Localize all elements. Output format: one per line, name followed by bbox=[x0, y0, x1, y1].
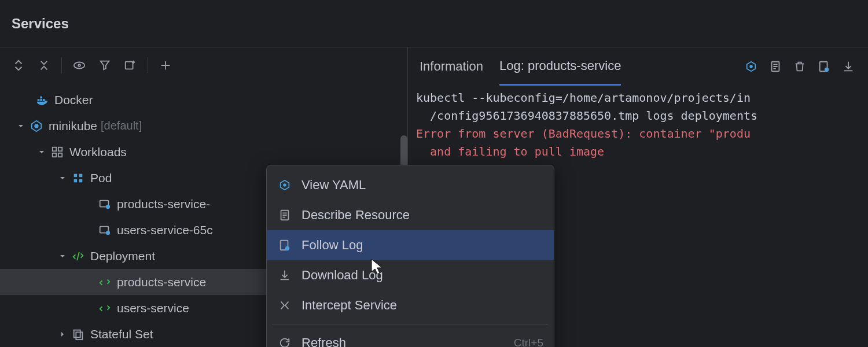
tree-label: products-service- bbox=[117, 197, 210, 211]
menu-download-log[interactable]: Download Log bbox=[267, 260, 554, 290]
menu-label: Refresh bbox=[301, 335, 346, 347]
svg-point-1 bbox=[78, 64, 80, 67]
svg-point-32 bbox=[285, 246, 289, 250]
tree-node-minikube[interactable]: minikube [default] bbox=[0, 113, 407, 139]
tree-node-docker[interactable]: Docker bbox=[0, 87, 407, 113]
tree-label: Pod bbox=[90, 171, 112, 185]
menu-shortcut: Ctrl+5 bbox=[514, 337, 543, 347]
menu-label: Download Log bbox=[301, 268, 383, 283]
chevron-down-icon[interactable] bbox=[15, 120, 27, 132]
svg-point-20 bbox=[106, 230, 110, 234]
show-button[interactable] bbox=[68, 54, 91, 77]
toolbar-separator bbox=[148, 57, 148, 73]
tree-label: Stateful Set bbox=[90, 327, 153, 341]
context-menu: View YAML Describe Resource Follow Log D… bbox=[266, 165, 554, 347]
svg-rect-21 bbox=[74, 330, 80, 337]
log-error-line: Error from server (BadRequest): containe… bbox=[416, 127, 751, 141]
delete-action-icon[interactable] bbox=[792, 58, 808, 75]
menu-label: Intercept Service bbox=[301, 298, 397, 313]
svg-rect-14 bbox=[79, 174, 83, 177]
tab-information[interactable]: Information bbox=[420, 47, 483, 86]
tree-label: products-service bbox=[117, 275, 206, 289]
tree-label: Workloads bbox=[69, 145, 127, 159]
menu-label: Describe Resource bbox=[301, 208, 410, 223]
svg-point-24 bbox=[750, 65, 752, 68]
refresh-icon bbox=[277, 337, 292, 347]
statefulset-icon bbox=[71, 327, 86, 342]
tab-log[interactable]: Log: products-service bbox=[499, 47, 621, 86]
resource-icon bbox=[97, 223, 112, 238]
menu-follow-log[interactable]: Follow Log bbox=[267, 230, 554, 260]
collapse-all-button[interactable] bbox=[32, 54, 56, 77]
svg-rect-13 bbox=[74, 174, 78, 177]
follow-log-icon bbox=[277, 239, 292, 252]
menu-describe-resource[interactable]: Describe Resource bbox=[267, 200, 554, 230]
describe-action-icon[interactable] bbox=[767, 58, 784, 75]
new-view-button[interactable] bbox=[119, 54, 142, 77]
deployment-item-icon bbox=[97, 275, 112, 290]
download-action-icon[interactable] bbox=[840, 58, 856, 75]
menu-intercept-service[interactable]: Intercept Service bbox=[267, 290, 554, 320]
tree-label: users-service bbox=[117, 301, 189, 315]
svg-rect-3 bbox=[38, 99, 40, 101]
document-icon bbox=[277, 209, 292, 222]
svg-point-18 bbox=[106, 204, 110, 208]
workloads-icon bbox=[50, 145, 65, 160]
filter-button[interactable] bbox=[93, 54, 116, 77]
add-button[interactable] bbox=[154, 54, 177, 77]
chevron-down-icon[interactable] bbox=[57, 250, 68, 262]
deployment-item-icon bbox=[97, 301, 112, 316]
svg-rect-10 bbox=[58, 147, 62, 150]
svg-rect-4 bbox=[40, 99, 42, 101]
menu-label: View YAML bbox=[301, 178, 366, 193]
log-line: kubectl --kubeconfig=/home/artamonov/pro… bbox=[416, 91, 751, 105]
svg-point-0 bbox=[74, 62, 84, 69]
svg-rect-9 bbox=[53, 147, 56, 150]
tree-label: Deployment bbox=[90, 249, 155, 263]
svg-rect-22 bbox=[76, 332, 82, 339]
menu-label: Follow Log bbox=[301, 238, 363, 253]
log-error-line: and failing to pull image bbox=[416, 145, 604, 158]
chevron-right-icon[interactable] bbox=[57, 328, 68, 340]
menu-view-yaml[interactable]: View YAML bbox=[267, 170, 554, 200]
menu-refresh[interactable]: Refresh Ctrl+5 bbox=[267, 328, 554, 347]
follow-log-action-icon[interactable] bbox=[816, 58, 832, 75]
left-toolbar bbox=[0, 47, 407, 83]
tree-label: users-service-65c bbox=[117, 223, 213, 237]
svg-rect-6 bbox=[40, 96, 42, 98]
chevron-down-icon[interactable] bbox=[36, 146, 47, 158]
svg-point-29 bbox=[284, 184, 286, 186]
deployment-icon bbox=[71, 249, 86, 264]
svg-rect-15 bbox=[74, 179, 78, 182]
svg-point-27 bbox=[825, 68, 829, 72]
kubernetes-icon bbox=[29, 119, 44, 134]
pod-icon bbox=[71, 171, 86, 186]
tree-label: Docker bbox=[54, 93, 93, 107]
expand-all-button[interactable] bbox=[7, 54, 30, 77]
tree-context: [default] bbox=[101, 119, 142, 132]
log-line: /config9561736940837885650.tmp logs depl… bbox=[416, 109, 757, 123]
toolbar-separator bbox=[61, 57, 62, 73]
yaml-action-icon[interactable] bbox=[743, 58, 759, 75]
intercept-icon bbox=[277, 299, 292, 312]
svg-point-8 bbox=[35, 124, 38, 128]
resource-icon bbox=[97, 197, 112, 212]
menu-separator bbox=[273, 324, 548, 324]
chevron-down-icon[interactable] bbox=[57, 172, 68, 184]
download-icon bbox=[277, 269, 292, 282]
yaml-icon bbox=[277, 179, 292, 191]
svg-rect-2 bbox=[126, 62, 133, 69]
tool-window-title: Services bbox=[12, 16, 69, 32]
svg-rect-12 bbox=[58, 153, 62, 156]
tree-node-workloads[interactable]: Workloads bbox=[0, 139, 407, 165]
svg-rect-11 bbox=[53, 153, 56, 156]
tree-label: minikube bbox=[49, 119, 97, 133]
svg-rect-16 bbox=[79, 179, 83, 182]
docker-icon bbox=[35, 93, 50, 108]
detail-tabs: Information Log: products-service bbox=[408, 47, 868, 86]
